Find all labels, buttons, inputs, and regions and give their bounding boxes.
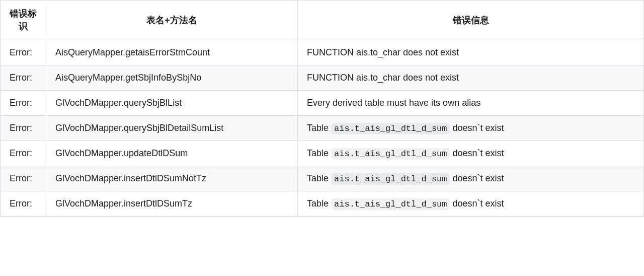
cell-method: GlVochDMapper.updateDtlDSum: [46, 141, 297, 166]
table-row: Error:AisQueryMapper.getaisErrorStmCount…: [1, 40, 643, 65]
message-code: ais.t_ais_gl_dtl_d_sum: [331, 198, 450, 210]
cell-error-flag: Error:: [1, 40, 46, 65]
cell-error-flag: Error:: [1, 141, 46, 166]
cell-method: GlVochDMapper.querySbjBlDetailSumList: [46, 115, 297, 141]
message-prefix: FUNCTION ais.to_char does not exist: [307, 73, 459, 83]
cell-message: FUNCTION ais.to_char does not exist: [297, 40, 643, 65]
cell-method: GlVochDMapper.insertDtlDSumTz: [46, 191, 297, 216]
message-prefix: FUNCTION ais.to_char does not exist: [307, 47, 459, 57]
message-suffix: doesn`t exist: [450, 123, 504, 133]
cell-message: Table ais.t_ais_gl_dtl_d_sum doesn`t exi…: [297, 141, 643, 166]
cell-error-flag: Error:: [1, 166, 46, 191]
header-message: 错误信息: [297, 1, 643, 40]
table-row: Error:GlVochDMapper.updateDtlDSumTable a…: [1, 141, 643, 166]
cell-message: Table ais.t_ais_gl_dtl_d_sum doesn`t exi…: [297, 166, 643, 191]
table-row: Error:GlVochDMapper.insertDtlDSumTzTable…: [1, 191, 643, 216]
cell-error-flag: Error:: [1, 191, 46, 216]
cell-method: GlVochDMapper.querySbjBlList: [46, 90, 297, 115]
table-body: Error:AisQueryMapper.getaisErrorStmCount…: [1, 40, 643, 216]
cell-message: FUNCTION ais.to_char does not exist: [297, 65, 643, 90]
message-suffix: doesn`t exist: [450, 173, 504, 183]
header-flag: 错误标识: [1, 1, 46, 40]
message-prefix: Table: [307, 123, 331, 133]
table-row: Error:GlVochDMapper.querySbjBlDetailSumL…: [1, 115, 643, 141]
cell-method: AisQueryMapper.getSbjInfoBySbjNo: [46, 65, 297, 90]
cell-error-flag: Error:: [1, 90, 46, 115]
message-prefix: Table: [307, 148, 331, 158]
cell-message: Table ais.t_ais_gl_dtl_d_sum doesn`t exi…: [297, 115, 643, 141]
cell-message: Every derived table must have its own al…: [297, 90, 643, 115]
cell-method: AisQueryMapper.getaisErrorStmCount: [46, 40, 297, 65]
table-row: Error:GlVochDMapper.querySbjBlListEvery …: [1, 90, 643, 115]
message-suffix: doesn`t exist: [450, 198, 504, 209]
message-prefix: Every derived table must have its own al…: [307, 98, 480, 108]
error-table: 错误标识 表名+方法名 错误信息 Error:AisQueryMapper.ge…: [0, 0, 644, 217]
message-code: ais.t_ais_gl_dtl_d_sum: [331, 173, 450, 185]
cell-method: GlVochDMapper.insertDtlDSumNotTz: [46, 166, 297, 191]
message-prefix: Table: [307, 198, 331, 209]
cell-error-flag: Error:: [1, 115, 46, 141]
message-code: ais.t_ais_gl_dtl_d_sum: [331, 123, 450, 134]
message-code: ais.t_ais_gl_dtl_d_sum: [331, 148, 450, 160]
header-method: 表名+方法名: [46, 1, 297, 40]
table-row: Error:AisQueryMapper.getSbjInfoBySbjNoFU…: [1, 65, 643, 90]
table-row: Error:GlVochDMapper.insertDtlDSumNotTzTa…: [1, 166, 643, 191]
message-prefix: Table: [307, 173, 331, 183]
cell-message: Table ais.t_ais_gl_dtl_d_sum doesn`t exi…: [297, 191, 643, 216]
message-suffix: doesn`t exist: [450, 148, 504, 158]
cell-error-flag: Error:: [1, 65, 46, 90]
table-header: 错误标识 表名+方法名 错误信息: [1, 1, 643, 40]
